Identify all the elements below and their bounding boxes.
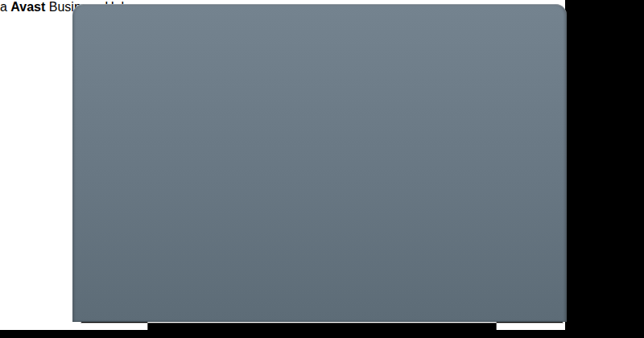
avast-logo-icon: a	[0, 0, 7, 14]
laptop-bezel	[72, 4, 567, 322]
laptop-base	[32, 321, 612, 332]
page-dark-panel	[565, 0, 644, 338]
